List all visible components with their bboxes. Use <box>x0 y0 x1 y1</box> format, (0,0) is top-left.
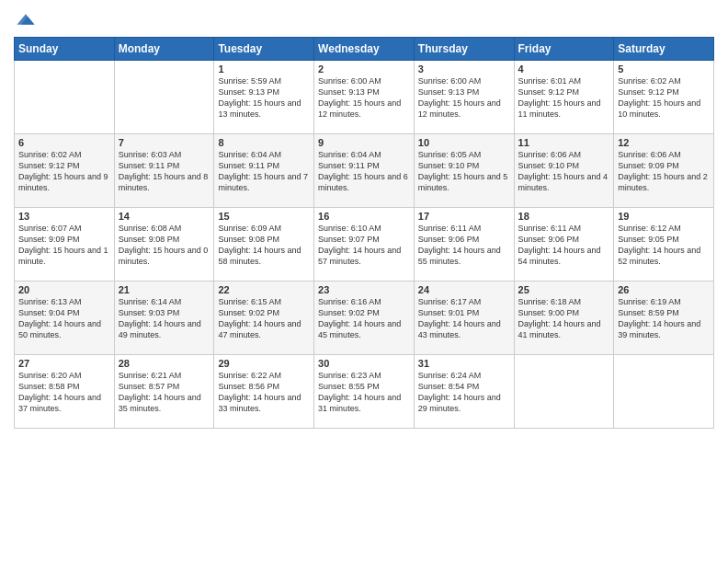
day-info: Sunrise: 6:11 AMSunset: 9:06 PMDaylight:… <box>518 223 610 268</box>
day-number: 18 <box>518 211 610 222</box>
day-info: Sunrise: 6:10 AMSunset: 9:07 PMDaylight:… <box>318 223 410 268</box>
calendar-cell: 14Sunrise: 6:08 AMSunset: 9:08 PMDayligh… <box>114 208 214 282</box>
day-number: 25 <box>518 284 610 295</box>
calendar-cell: 5Sunrise: 6:02 AMSunset: 9:12 PMDaylight… <box>614 61 714 134</box>
calendar-header-monday: Monday <box>114 38 214 61</box>
calendar-cell: 21Sunrise: 6:14 AMSunset: 9:03 PMDayligh… <box>114 282 214 355</box>
day-info: Sunrise: 6:11 AMSunset: 9:06 PMDaylight:… <box>418 223 510 268</box>
day-number: 20 <box>18 284 110 295</box>
calendar-week-row: 6Sunrise: 6:02 AMSunset: 9:12 PMDaylight… <box>15 134 714 208</box>
calendar-cell <box>15 61 115 134</box>
calendar-cell: 12Sunrise: 6:06 AMSunset: 9:09 PMDayligh… <box>614 134 714 208</box>
calendar-cell: 7Sunrise: 6:03 AMSunset: 9:11 PMDaylight… <box>114 134 214 208</box>
calendar-cell: 4Sunrise: 6:01 AMSunset: 9:12 PMDaylight… <box>514 61 614 134</box>
day-info: Sunrise: 6:21 AMSunset: 8:57 PMDaylight:… <box>119 370 210 415</box>
calendar-cell: 18Sunrise: 6:11 AMSunset: 9:06 PMDayligh… <box>514 208 614 282</box>
day-number: 10 <box>418 137 510 148</box>
day-info: Sunrise: 6:12 AMSunset: 9:05 PMDaylight:… <box>618 223 710 268</box>
calendar-table: SundayMondayTuesdayWednesdayThursdayFrid… <box>14 37 714 429</box>
day-number: 15 <box>218 211 310 222</box>
calendar-cell: 1Sunrise: 5:59 AMSunset: 9:13 PMDaylight… <box>214 61 314 134</box>
day-info: Sunrise: 6:09 AMSunset: 9:08 PMDaylight:… <box>218 223 310 268</box>
day-info: Sunrise: 6:06 AMSunset: 9:10 PMDaylight:… <box>518 149 610 194</box>
day-info: Sunrise: 6:04 AMSunset: 9:11 PMDaylight:… <box>218 149 310 194</box>
calendar-cell: 30Sunrise: 6:23 AMSunset: 8:55 PMDayligh… <box>314 355 415 429</box>
day-number: 1 <box>218 63 310 75</box>
calendar-cell: 20Sunrise: 6:13 AMSunset: 9:04 PMDayligh… <box>15 282 115 355</box>
calendar-cell: 24Sunrise: 6:17 AMSunset: 9:01 PMDayligh… <box>414 282 514 355</box>
day-info: Sunrise: 6:19 AMSunset: 8:59 PMDaylight:… <box>618 296 710 341</box>
day-number: 11 <box>518 137 610 148</box>
day-number: 9 <box>318 137 410 148</box>
day-info: Sunrise: 6:08 AMSunset: 9:08 PMDaylight:… <box>119 223 210 268</box>
day-number: 12 <box>618 137 710 148</box>
calendar-cell: 11Sunrise: 6:06 AMSunset: 9:10 PMDayligh… <box>514 134 614 208</box>
day-info: Sunrise: 6:24 AMSunset: 8:54 PMDaylight:… <box>418 370 510 415</box>
calendar-header-thursday: Thursday <box>414 38 514 61</box>
day-info: Sunrise: 6:05 AMSunset: 9:10 PMDaylight:… <box>418 149 510 194</box>
calendar-cell: 19Sunrise: 6:12 AMSunset: 9:05 PMDayligh… <box>614 208 714 282</box>
day-info: Sunrise: 6:17 AMSunset: 9:01 PMDaylight:… <box>418 296 510 341</box>
calendar-cell: 27Sunrise: 6:20 AMSunset: 8:58 PMDayligh… <box>15 355 115 429</box>
day-number: 5 <box>618 63 710 75</box>
day-info: Sunrise: 6:02 AMSunset: 9:12 PMDaylight:… <box>18 149 110 194</box>
calendar-cell: 6Sunrise: 6:02 AMSunset: 9:12 PMDaylight… <box>15 134 115 208</box>
day-number: 21 <box>119 284 210 295</box>
day-number: 16 <box>318 211 410 222</box>
calendar-cell: 3Sunrise: 6:00 AMSunset: 9:13 PMDaylight… <box>414 61 514 134</box>
calendar-week-row: 13Sunrise: 6:07 AMSunset: 9:09 PMDayligh… <box>15 208 714 282</box>
day-number: 29 <box>218 358 310 369</box>
calendar-cell: 8Sunrise: 6:04 AMSunset: 9:11 PMDaylight… <box>214 134 314 208</box>
day-info: Sunrise: 6:04 AMSunset: 9:11 PMDaylight:… <box>318 149 410 194</box>
day-info: Sunrise: 6:00 AMSunset: 9:13 PMDaylight:… <box>318 75 410 121</box>
calendar-week-row: 20Sunrise: 6:13 AMSunset: 9:04 PMDayligh… <box>15 282 714 355</box>
day-info: Sunrise: 6:03 AMSunset: 9:11 PMDaylight:… <box>119 149 210 194</box>
day-info: Sunrise: 6:07 AMSunset: 9:09 PMDaylight:… <box>18 223 110 268</box>
calendar-cell: 31Sunrise: 6:24 AMSunset: 8:54 PMDayligh… <box>414 355 514 429</box>
day-number: 17 <box>418 211 510 222</box>
calendar-header-friday: Friday <box>514 38 614 61</box>
day-number: 13 <box>18 211 110 222</box>
calendar-cell <box>514 355 614 429</box>
day-info: Sunrise: 6:02 AMSunset: 9:12 PMDaylight:… <box>618 75 710 121</box>
day-number: 2 <box>318 63 410 75</box>
day-number: 23 <box>318 284 410 295</box>
day-info: Sunrise: 6:20 AMSunset: 8:58 PMDaylight:… <box>18 370 110 415</box>
calendar-cell: 26Sunrise: 6:19 AMSunset: 8:59 PMDayligh… <box>614 282 714 355</box>
day-number: 14 <box>119 211 210 222</box>
day-info: Sunrise: 6:14 AMSunset: 9:03 PMDaylight:… <box>119 296 210 341</box>
day-info: Sunrise: 6:22 AMSunset: 8:56 PMDaylight:… <box>218 370 310 415</box>
calendar-cell: 15Sunrise: 6:09 AMSunset: 9:08 PMDayligh… <box>214 208 314 282</box>
day-number: 6 <box>18 137 110 148</box>
day-info: Sunrise: 6:16 AMSunset: 9:02 PMDaylight:… <box>318 296 410 341</box>
logo <box>14 9 36 29</box>
day-number: 31 <box>418 358 510 369</box>
calendar-cell: 13Sunrise: 6:07 AMSunset: 9:09 PMDayligh… <box>15 208 115 282</box>
calendar-header-wednesday: Wednesday <box>314 38 415 61</box>
calendar-cell: 29Sunrise: 6:22 AMSunset: 8:56 PMDayligh… <box>214 355 314 429</box>
calendar-cell: 10Sunrise: 6:05 AMSunset: 9:10 PMDayligh… <box>414 134 514 208</box>
day-number: 8 <box>218 137 310 148</box>
calendar-cell: 16Sunrise: 6:10 AMSunset: 9:07 PMDayligh… <box>314 208 415 282</box>
day-info: Sunrise: 5:59 AMSunset: 9:13 PMDaylight:… <box>218 75 310 121</box>
day-number: 26 <box>618 284 710 295</box>
calendar-week-row: 1Sunrise: 5:59 AMSunset: 9:13 PMDaylight… <box>15 61 714 134</box>
calendar-cell: 28Sunrise: 6:21 AMSunset: 8:57 PMDayligh… <box>114 355 214 429</box>
day-number: 24 <box>418 284 510 295</box>
day-number: 27 <box>18 358 110 369</box>
calendar-cell <box>614 355 714 429</box>
calendar-cell: 23Sunrise: 6:16 AMSunset: 9:02 PMDayligh… <box>314 282 415 355</box>
calendar-cell: 22Sunrise: 6:15 AMSunset: 9:02 PMDayligh… <box>214 282 314 355</box>
day-info: Sunrise: 6:06 AMSunset: 9:09 PMDaylight:… <box>618 149 710 194</box>
calendar-cell: 25Sunrise: 6:18 AMSunset: 9:00 PMDayligh… <box>514 282 614 355</box>
logo-icon <box>16 9 36 29</box>
calendar-cell: 2Sunrise: 6:00 AMSunset: 9:13 PMDaylight… <box>314 61 415 134</box>
day-number: 4 <box>518 63 610 75</box>
day-number: 7 <box>119 137 210 148</box>
calendar-header-row: SundayMondayTuesdayWednesdayThursdayFrid… <box>15 38 714 61</box>
day-number: 19 <box>618 211 710 222</box>
day-info: Sunrise: 6:18 AMSunset: 9:00 PMDaylight:… <box>518 296 610 341</box>
calendar-cell: 9Sunrise: 6:04 AMSunset: 9:11 PMDaylight… <box>314 134 415 208</box>
day-info: Sunrise: 6:00 AMSunset: 9:13 PMDaylight:… <box>418 75 510 121</box>
day-number: 3 <box>418 63 510 75</box>
